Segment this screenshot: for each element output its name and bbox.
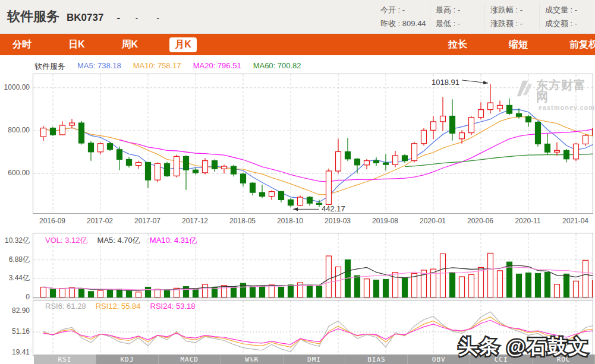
rsi-y-label: 19.41 xyxy=(0,348,30,356)
volume-y-label: 6.88亿 xyxy=(0,255,30,264)
indicator-tab-obv[interactable]: OBV xyxy=(408,354,470,364)
quote-field-最低: 最低 : - xyxy=(430,17,484,30)
tab-fenshi[interactable]: 分时 xyxy=(7,37,37,52)
svg-text:442.17: 442.17 xyxy=(322,204,345,213)
quote-field-昨收: 昨收 : 809.44 xyxy=(375,17,430,30)
quote-field-今开: 今开 : - xyxy=(375,3,430,17)
x-axis-label: 2019-03 xyxy=(314,217,361,225)
stock-title: 软件服务 BK0737 - - - xyxy=(7,8,167,26)
volume-y-label: 10.32亿 xyxy=(0,236,30,245)
rsi-legend: RSI6: 61.28RSI12: 55.84RSI24: 53.18 xyxy=(45,302,195,311)
x-axis-label: 2018-05 xyxy=(219,217,266,225)
rsi-legend-item: RSI24: 53.18 xyxy=(150,302,196,311)
quote-field-涨跌幅: 涨跌幅 : - xyxy=(484,3,539,17)
kline-ma20-legend: MA20: 796.51 xyxy=(193,61,241,72)
tab-month-k[interactable]: 月K xyxy=(169,37,197,52)
x-axis-label: 2021-04 xyxy=(552,217,595,225)
kline-legend-name: 软件服务 xyxy=(34,61,65,72)
volume-legend-item: MA5: 4.70亿 xyxy=(97,235,140,246)
quote-field-最高: 最高 : - xyxy=(430,3,484,17)
kline-ma10-legend: MA10: 758.17 xyxy=(133,61,181,72)
indicator-tab-rsi[interactable]: RSI xyxy=(34,354,96,364)
tab-stretch[interactable]: 拉长 xyxy=(443,37,473,52)
quote-field-成交额: 成交额 : - xyxy=(539,17,594,30)
quote-field-成交量: 成交量 : - xyxy=(539,3,594,17)
volume-y-label: 0 xyxy=(0,293,30,301)
tab-week-k[interactable]: 周K xyxy=(117,37,144,52)
indicator-tab-kdj[interactable]: KDJ xyxy=(96,354,159,364)
period-tab-bar: 分时日K周K月K拉长缩短前复权 xyxy=(0,34,595,55)
volume-legend-item: VOL: 3.12亿 xyxy=(45,235,88,246)
stock-code: BK0737 xyxy=(67,12,103,24)
x-axis-label: 2019-08 xyxy=(361,217,409,225)
x-axis-label: 2017-02 xyxy=(76,217,124,225)
quote-header: 软件服务 BK0737 - - - 今开 : -最高 : -涨跌幅 : -成交量… xyxy=(0,0,595,34)
stock-chart-app: 软件服务 BK0737 - - - 今开 : -最高 : -涨跌幅 : -成交量… xyxy=(0,0,595,364)
x-axis-label: 2020-01 xyxy=(409,217,457,225)
x-axis-label: 2017-07 xyxy=(124,217,171,225)
chart-area: 软件服务 MA5: 738.18MA10: 758.17MA20: 796.51… xyxy=(0,55,595,364)
kline-y-label: 1000.00 xyxy=(0,83,30,91)
svg-text:1018.91: 1018.91 xyxy=(432,78,459,87)
rsi-y-label: 51.16 xyxy=(0,327,30,335)
kline-chart: 1018.91442.17 xyxy=(33,74,593,214)
tab-shrink[interactable]: 缩短 xyxy=(503,37,533,52)
quote-field-涨跌额: 涨跌额 : - xyxy=(484,17,539,30)
kline-y-label: 800.00 xyxy=(0,126,30,134)
x-axis-label: 2017-12 xyxy=(171,217,219,225)
indicator-tab-cci[interactable]: CCI xyxy=(470,354,533,364)
kline-ma5-legend: MA5: 738.18 xyxy=(77,61,121,72)
stock-name: 软件服务 xyxy=(7,8,59,26)
indicator-tab-roc[interactable]: ROC xyxy=(533,354,595,364)
x-axis-label: 2020-06 xyxy=(457,217,504,225)
volume-y-label: 3.44亿 xyxy=(0,274,30,282)
rsi-legend-item: RSI6: 61.28 xyxy=(45,302,86,311)
x-axis-label: 2018-10 xyxy=(266,217,314,225)
indicator-tab-bias[interactable]: BIAS xyxy=(345,354,408,364)
indicator-tab-dmi[interactable]: DMI xyxy=(284,354,346,364)
x-axis-label: 2020-11 xyxy=(504,217,552,225)
change-placeholder: - - xyxy=(136,14,167,23)
volume-legend: VOL: 3.12亿MA5: 4.70亿MA10: 4.31亿 xyxy=(45,235,197,246)
volume-legend-item: MA10: 4.31亿 xyxy=(150,235,197,246)
indicator-tab-wr[interactable]: W%R xyxy=(221,354,284,364)
kline-y-label: 600.00 xyxy=(0,169,30,177)
indicator-tab-bar: RSIKDJMACDW%RDMIBIASOBVCCIROC xyxy=(34,354,595,364)
x-axis-label: 2016-09 xyxy=(29,217,76,225)
price-placeholder: - xyxy=(117,12,120,24)
rsi-legend-item: RSI12: 55.84 xyxy=(96,302,141,311)
tab-day-k[interactable]: 日K xyxy=(63,37,90,52)
kline-legend: 软件服务 MA5: 738.18MA10: 758.17MA20: 796.51… xyxy=(34,61,301,72)
tab-forward-adjust[interactable]: 前复权 xyxy=(564,37,595,52)
kline-ma60-legend: MA60: 700.82 xyxy=(253,61,301,72)
indicator-tab-macd[interactable]: MACD xyxy=(159,354,221,364)
rsi-y-label: 82.90 xyxy=(0,306,30,315)
quote-grid: 今开 : -最高 : -涨跌幅 : -成交量 : -昨收 : 809.44最低 … xyxy=(375,3,594,30)
